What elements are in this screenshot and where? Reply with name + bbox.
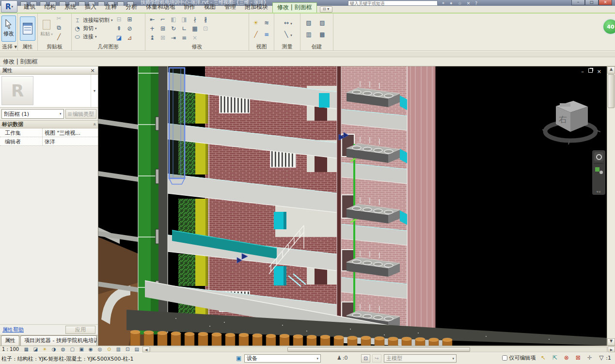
selection-filter[interactable]: ▽ :1 (597, 354, 611, 362)
scroll-up-icon[interactable]: ▲ (607, 66, 615, 74)
view-minimize-icon[interactable]: – (581, 68, 584, 75)
mirror-pick-axis-icon[interactable]: ◧ (170, 16, 178, 23)
unpin-icon[interactable]: ⊠ (159, 34, 167, 42)
copy-icon[interactable]: ⊞ (159, 25, 167, 32)
copy-to-clipboard-icon[interactable]: ⧉ (55, 24, 63, 32)
wall-joins-icon[interactable]: ⊞ (126, 16, 134, 23)
scale-icon[interactable]: ↨ (148, 34, 157, 42)
move-icon[interactable]: + (148, 25, 157, 32)
tab-analyze[interactable]: 分析 (121, 2, 142, 13)
properties-help-link[interactable]: 属性帮助 (2, 326, 24, 333)
create-assembly-icon[interactable]: ▨ (318, 19, 327, 27)
tab-structure[interactable]: 结构 (40, 2, 60, 13)
measure-ruler-icon[interactable]: ↔▾ (282, 19, 292, 27)
paste-button[interactable]: 粘贴 ▾ (39, 16, 54, 42)
trim-extend-corner-icon[interactable]: ∟ (180, 25, 189, 32)
palette-close-icon[interactable]: × (89, 67, 96, 74)
crop-region-icon[interactable]: ▣ (78, 347, 85, 352)
panel-properties-label[interactable]: 属性 (18, 43, 37, 50)
type-selector-dropdown-icon[interactable]: ▾ (91, 75, 98, 107)
tab-systems[interactable]: 系统 (60, 2, 80, 13)
rendering-dialog-icon[interactable]: ◍ (59, 347, 67, 352)
analytical-model-icon[interactable]: ⊡ (124, 347, 131, 352)
signin-icon[interactable]: ✕ (467, 1, 471, 6)
select-by-face-icon[interactable]: ⊠ (574, 354, 582, 362)
panel-select-label[interactable]: 选择 ▾ (0, 43, 17, 50)
horizontal-scrollbar[interactable] (150, 347, 607, 352)
scale-button[interactable]: 1 : 100 (2, 347, 19, 352)
split-face-icon[interactable]: ⊘ (126, 25, 134, 32)
detail-level-icon[interactable]: ▦ (22, 347, 30, 352)
infocenter-search-input[interactable] (348, 0, 438, 6)
close-button[interactable]: × (599, 0, 612, 5)
select-underlay-icon[interactable]: ⇱ (551, 354, 559, 362)
match-type-icon[interactable]: ╱ (55, 33, 63, 41)
join-geometry-button[interactable]: ⬭连接▾ (73, 33, 113, 41)
locked-3d-view-icon[interactable]: ◉ (87, 347, 95, 352)
section-collapse-icon[interactable]: « (92, 123, 97, 126)
steering-wheel-icon[interactable] (594, 152, 603, 161)
measure-between-icon[interactable]: ╲▾ (282, 31, 292, 38)
search-icon[interactable]: ⌖ (442, 0, 444, 6)
design-option-select[interactable]: 主模型 ▾ (384, 354, 457, 363)
worksets-icon[interactable]: ▣ (236, 355, 241, 362)
edit-type-button[interactable]: ⊞ 编辑类型 (65, 109, 96, 119)
ribbon-display-toggle[interactable]: ⊡ ▾ (320, 6, 332, 13)
zoom-tool-icon[interactable] (594, 166, 603, 175)
trim-extend-multiple-icon[interactable]: ≡ (180, 34, 189, 42)
shadows-icon[interactable]: ◑ (50, 347, 58, 352)
property-row-edited-by[interactable]: 编辑者 张洋 (0, 137, 98, 146)
tab-addins[interactable]: 附加模块 (240, 2, 272, 13)
help-icon[interactable]: ? (475, 1, 477, 6)
tab-annotate[interactable]: 注释 (101, 2, 121, 13)
thin-lines-brush-icon[interactable]: ╱ (252, 31, 260, 38)
drag-on-selection-icon[interactable]: ✛ (585, 354, 594, 362)
rotate-icon[interactable]: ↻ (170, 25, 178, 32)
vertical-scrollbar[interactable]: ▲ ▼ (607, 66, 615, 346)
subscription-icon[interactable]: ✦ (449, 1, 453, 6)
lightbulb-icon[interactable]: ☀ (252, 19, 260, 27)
tab-architecture[interactable]: 建筑 (19, 2, 40, 13)
unjoin-icon[interactable]: ⇞ (115, 25, 123, 32)
select-links-icon[interactable]: ↖ (539, 354, 547, 362)
element-type-combo[interactable]: 剖面框 (1) ▾ (1, 109, 64, 119)
pin-icon[interactable]: ⊡ (202, 25, 210, 32)
view-close-icon[interactable]: × (597, 68, 601, 75)
tab-modify-section-box[interactable]: 修改 | 剖面框 (272, 2, 317, 13)
split-with-gap-icon[interactable]: ∦ (202, 16, 210, 23)
cope-button[interactable]: ⌶连接端切割▾ (73, 16, 113, 24)
split-element-icon[interactable]: ∤ (191, 16, 199, 23)
create-group-icon[interactable]: ▧ (305, 19, 313, 27)
worksharing-display-icon[interactable]: ⊡ (361, 354, 370, 363)
offset-icon[interactable]: ⌐ (159, 16, 167, 23)
editable-only-checkbox-label[interactable]: 仅可编辑项 (502, 354, 536, 362)
create-parts-icon[interactable]: ▥ (305, 31, 313, 38)
visual-style-icon[interactable]: ◪ (32, 347, 39, 352)
tab-project-browser[interactable]: 项目浏览器 - 技师学院机电培训... (20, 335, 97, 346)
favorites-icon[interactable]: ☆ (458, 1, 462, 6)
select-pinned-icon[interactable]: ⊗ (562, 354, 570, 362)
selected-column[interactable] (169, 68, 185, 184)
viewcube[interactable]: 右 (542, 92, 600, 150)
properties-palette-header[interactable]: 属性 × (0, 66, 98, 75)
reveal-constraints-icon[interactable]: ▤ (133, 347, 141, 352)
render-icon[interactable]: ≋ (263, 19, 271, 27)
reveal-hidden-elements-icon[interactable]: ⊙ (105, 347, 113, 352)
view-restore-icon[interactable] (588, 68, 593, 73)
type-selector[interactable]: R ▾ (0, 75, 98, 108)
temporary-view-properties-icon[interactable]: ▥ (114, 347, 122, 352)
array-icon[interactable]: ▦ (191, 25, 199, 32)
scroll-left-icon[interactable]: ◀ (142, 347, 150, 352)
scroll-down-icon[interactable]: ▼ (607, 338, 615, 346)
delete-clipboard-icon[interactable]: ✂ (55, 15, 63, 22)
apply-button[interactable]: 应用 (65, 326, 95, 334)
sun-path-icon[interactable]: ☀ (41, 347, 48, 352)
navbar-options-icon[interactable]: ▾≡ (597, 190, 601, 195)
horizontal-scroll-thumb[interactable] (287, 347, 470, 352)
tab-insert[interactable]: 插入 (80, 2, 101, 13)
tab-properties-palette[interactable]: 属性 (1, 335, 19, 346)
trim-extend-single-icon[interactable]: ⇥ (170, 34, 178, 42)
tab-massing-site[interactable]: 体量和场地 (142, 2, 179, 13)
create-similar-icon[interactable]: ▩ (318, 31, 327, 38)
paint-icon[interactable]: ◪ (115, 34, 123, 42)
